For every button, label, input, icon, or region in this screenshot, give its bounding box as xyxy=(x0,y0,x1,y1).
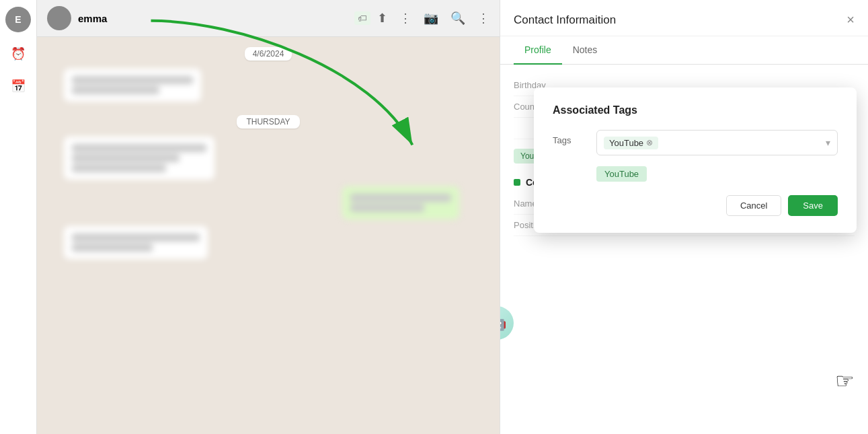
message-bubble xyxy=(64,137,214,180)
chat-area: emma 🏷 ⬆ ⋮ 📷 🔍 ⋮ 4/6/2024 THURSDAY xyxy=(37,0,500,434)
section-dot xyxy=(514,179,520,186)
message-bubble xyxy=(342,186,459,219)
message-list-2 xyxy=(50,137,486,259)
contact-name: emma xyxy=(78,13,348,24)
menu-icon[interactable]: ⋮ xyxy=(477,11,489,26)
more-icon[interactable]: ⋮ xyxy=(399,11,411,26)
tag-input-box[interactable]: YouTube ⊗ ▾ xyxy=(596,130,838,155)
tab-profile[interactable]: Profile xyxy=(514,36,562,65)
chat-messages: 4/6/2024 THURSDAY xyxy=(37,37,500,434)
date-badge: 4/6/2024 xyxy=(245,47,292,61)
contact-panel: Contact Informaition × Profile Notes Bir… xyxy=(500,0,868,434)
header-actions: ⬆ ⋮ 📷 🔍 ⋮ xyxy=(377,11,489,26)
save-button[interactable]: Save xyxy=(788,195,838,216)
panel-title: Contact Informaition xyxy=(514,13,616,27)
contact-avatar xyxy=(47,6,71,30)
bot-avatar: 🤖 xyxy=(500,306,514,340)
modal-tag-remove[interactable]: ⊗ xyxy=(646,138,653,147)
tag-suggestion-area: YouTube xyxy=(596,166,838,182)
modal-tags-label: Tags xyxy=(553,130,586,145)
alarm-icon[interactable]: ⏰ xyxy=(5,40,32,67)
avatar[interactable]: E xyxy=(5,7,31,32)
message-bubble xyxy=(64,226,208,259)
close-button[interactable]: × xyxy=(846,12,855,28)
calendar-icon[interactable]: 📅 xyxy=(5,73,32,100)
attachment-icon[interactable]: ⬆ xyxy=(377,11,387,26)
modal-title: Associated Tags xyxy=(553,104,838,116)
chat-header: emma 🏷 ⬆ ⋮ 📷 🔍 ⋮ xyxy=(37,0,500,37)
dropdown-arrow-icon: ▾ xyxy=(826,137,830,148)
modal-actions: Cancel Save xyxy=(553,195,838,216)
associated-tags-modal: Associated Tags Tags YouTube ⊗ ▾ YouTube… xyxy=(534,87,857,233)
cancel-button[interactable]: Cancel xyxy=(726,195,781,216)
tag-suggestion-chip[interactable]: YouTube xyxy=(596,166,647,182)
sidebar: E ⏰ 📅 xyxy=(0,0,37,434)
tab-notes[interactable]: Notes xyxy=(562,36,608,65)
modal-tag-chip: YouTube ⊗ xyxy=(604,137,658,149)
modal-tag-text: YouTube xyxy=(609,138,643,148)
contact-tabs: Profile Notes xyxy=(500,36,868,65)
message-bubble xyxy=(64,69,201,102)
video-call-icon[interactable]: 📷 xyxy=(424,11,438,26)
day-badge: THURSDAY xyxy=(237,115,299,129)
modal-tags-row: Tags YouTube ⊗ ▾ xyxy=(553,130,838,155)
contact-tag-icon: 🏷 xyxy=(354,11,370,25)
panel-header: Contact Informaition × xyxy=(500,0,868,36)
search-icon[interactable]: 🔍 xyxy=(450,11,465,26)
message-list xyxy=(50,69,486,102)
